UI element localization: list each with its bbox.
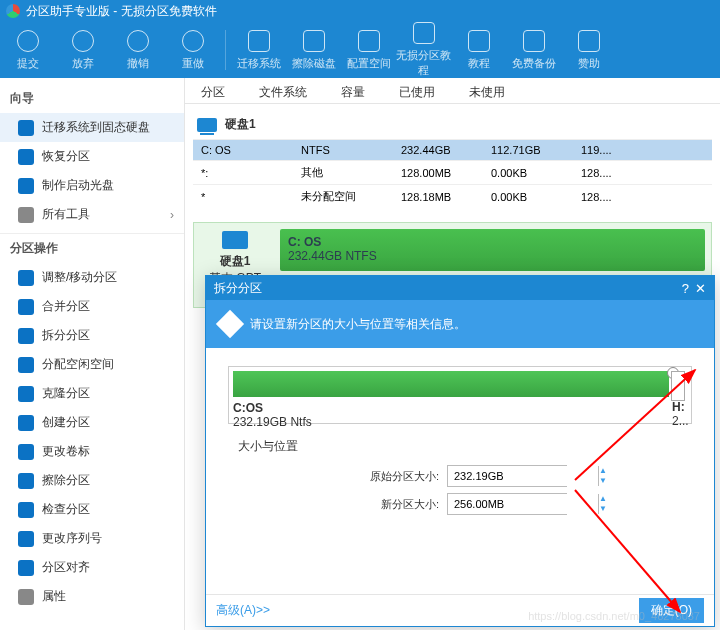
sidebar-item-label: 分配空闲空间: [42, 356, 114, 373]
sidebar-icon: [18, 444, 34, 460]
sidebar-icon: [18, 531, 34, 547]
disk-header[interactable]: 硬盘1: [193, 110, 712, 139]
slider-new-part[interactable]: H: 2...: [671, 371, 685, 401]
toolbar-discard[interactable]: 放弃: [55, 30, 110, 71]
sidebar-item-label: 更改卷标: [42, 443, 90, 460]
sidebar-item[interactable]: 创建分区: [0, 408, 184, 437]
toolbar-allocate[interactable]: 配置空间: [341, 30, 396, 71]
slider-volsize: 232.19GB Ntfs: [233, 415, 687, 429]
sidebar-item-label: 迁移系统到固态硬盘: [42, 119, 150, 136]
orig-size-input[interactable]: ▲▼: [447, 465, 567, 487]
disk-map-icon: [222, 231, 248, 249]
sidebar-item[interactable]: 分区对齐: [0, 553, 184, 582]
sidebar-item-label: 调整/移动分区: [42, 269, 117, 286]
sidebar-icon: [18, 207, 34, 223]
col-free[interactable]: 未使用: [459, 84, 515, 101]
toolbar-migrate[interactable]: 迁移系统: [231, 30, 286, 71]
sidebar-item[interactable]: 检查分区: [0, 495, 184, 524]
split-partition-dialog: 拆分分区 ? ✕ 请设置新分区的大小与位置等相关信息。 H: 2... C:OS…: [205, 275, 715, 627]
close-icon[interactable]: ✕: [695, 281, 706, 296]
toolbar-wipe[interactable]: 擦除磁盘: [286, 30, 341, 71]
sidebar-icon: [18, 502, 34, 518]
sidebar-item-label: 创建分区: [42, 414, 90, 431]
disk-name: 硬盘1: [225, 116, 256, 133]
dialog-title: 拆分分区: [214, 280, 262, 297]
sidebar-item[interactable]: 擦除分区: [0, 466, 184, 495]
column-header: 分区 文件系统 容量 已使用 未使用: [185, 78, 720, 104]
disk-map-name: 硬盘1: [200, 253, 270, 270]
sidebar-header-wizard: 向导: [0, 84, 184, 113]
orig-size-value[interactable]: [448, 466, 598, 486]
spin-up-icon[interactable]: ▲: [599, 466, 607, 476]
sidebar-item[interactable]: 制作启动光盘: [0, 171, 184, 200]
col-partition[interactable]: 分区: [191, 84, 235, 101]
table-row[interactable]: *:其他128.00MB0.00KB128....: [193, 161, 712, 185]
spin-down-icon[interactable]: ▼: [599, 504, 607, 514]
sidebar-item-label: 分区对齐: [42, 559, 90, 576]
sidebar: 向导 迁移系统到固态硬盘恢复分区制作启动光盘所有工具› 分区操作 调整/移动分区…: [0, 78, 185, 630]
titlebar: 分区助手专业版 - 无损分区免费软件: [0, 0, 720, 22]
toolbar-tutorial1[interactable]: 无损分区教程: [396, 22, 451, 78]
sidebar-item-label: 合并分区: [42, 298, 90, 315]
new-size-input[interactable]: ▲▼: [447, 493, 567, 515]
sidebar-item-label: 克隆分区: [42, 385, 90, 402]
partition-table: C: OSNTFS232.44GB112.71GB119....*:其他128.…: [193, 139, 712, 208]
spin-up-icon[interactable]: ▲: [599, 494, 607, 504]
toolbar-commit[interactable]: 提交: [0, 30, 55, 71]
new-size-value[interactable]: [448, 494, 598, 514]
advanced-button[interactable]: 高级(A)>>: [216, 602, 270, 619]
sidebar-item[interactable]: 更改序列号: [0, 524, 184, 553]
toolbar-donate[interactable]: 赞助: [561, 30, 616, 71]
sidebar-item[interactable]: 分配空闲空间: [0, 350, 184, 379]
toolbar-undo[interactable]: 撤销: [110, 30, 165, 71]
sidebar-header-ops: 分区操作: [0, 233, 184, 263]
disk-map-vol: C: OS: [288, 235, 697, 249]
sidebar-icon: [18, 120, 34, 136]
pencil-icon: [216, 310, 244, 338]
sidebar-icon: [18, 357, 34, 373]
sidebar-icon: [18, 270, 34, 286]
orig-size-label: 原始分区大小:: [353, 469, 439, 484]
chevron-right-icon: ›: [170, 208, 174, 222]
sidebar-icon: [18, 178, 34, 194]
app-logo-icon: [6, 4, 20, 18]
sidebar-item[interactable]: 属性: [0, 582, 184, 611]
sidebar-item-label: 更改序列号: [42, 530, 102, 547]
sidebar-item-label: 检查分区: [42, 501, 90, 518]
table-row[interactable]: C: OSNTFS232.44GB112.71GB119....: [193, 140, 712, 161]
col-used[interactable]: 已使用: [389, 84, 445, 101]
dialog-banner: 请设置新分区的大小与位置等相关信息。: [206, 300, 714, 348]
toolbar-redo[interactable]: 重做: [165, 30, 220, 71]
toolbar-tutorial2[interactable]: 教程: [451, 30, 506, 71]
col-cap[interactable]: 容量: [331, 84, 375, 101]
toolbar-backup[interactable]: 免费备份: [506, 30, 561, 71]
sidebar-item[interactable]: 拆分分区: [0, 321, 184, 350]
sidebar-icon: [18, 473, 34, 489]
spin-down-icon[interactable]: ▼: [599, 476, 607, 486]
sidebar-item-label: 拆分分区: [42, 327, 90, 344]
sidebar-item[interactable]: 迁移系统到固态硬盘: [0, 113, 184, 142]
sidebar-icon: [18, 149, 34, 165]
sidebar-icon: [18, 386, 34, 402]
help-icon[interactable]: ?: [682, 281, 689, 296]
sidebar-icon: [18, 560, 34, 576]
dialog-header[interactable]: 拆分分区 ? ✕: [206, 276, 714, 300]
partition-slider[interactable]: H: 2... C:OS 232.19GB Ntfs: [228, 366, 692, 424]
window-title: 分区助手专业版 - 无损分区免费软件: [26, 3, 217, 20]
table-row[interactable]: *未分配空间128.18MB0.00KB128....: [193, 185, 712, 209]
sidebar-item-label: 恢复分区: [42, 148, 90, 165]
slider-vol: C:OS: [233, 401, 687, 415]
toolbar: 提交 放弃 撤销 重做 迁移系统 擦除磁盘 配置空间 无损分区教程 教程 免费备…: [0, 22, 720, 78]
sidebar-item[interactable]: 所有工具›: [0, 200, 184, 229]
sidebar-icon: [18, 328, 34, 344]
sidebar-item[interactable]: 恢复分区: [0, 142, 184, 171]
sidebar-item[interactable]: 调整/移动分区: [0, 263, 184, 292]
sidebar-item[interactable]: 克隆分区: [0, 379, 184, 408]
sidebar-icon: [18, 589, 34, 605]
sidebar-item[interactable]: 更改卷标: [0, 437, 184, 466]
sidebar-item[interactable]: 合并分区: [0, 292, 184, 321]
disk-icon: [197, 118, 217, 132]
col-fs[interactable]: 文件系统: [249, 84, 317, 101]
disk-map-volsize: 232.44GB NTFS: [288, 249, 697, 263]
disk-map-bar[interactable]: C: OS 232.44GB NTFS: [280, 229, 705, 271]
